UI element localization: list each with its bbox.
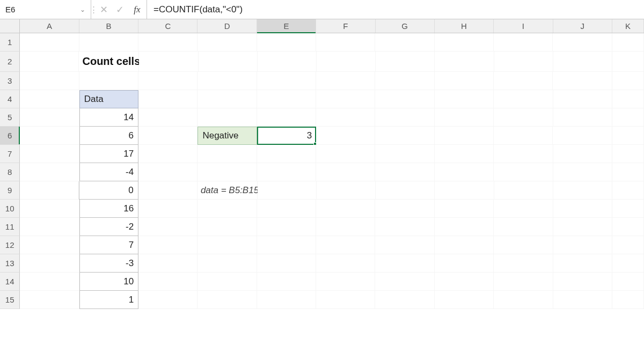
cell[interactable] [316,127,375,145]
cell[interactable] [435,291,494,309]
cell[interactable] [20,273,79,291]
fx-icon[interactable]: fx [128,0,147,19]
cell[interactable] [257,254,316,273]
data-cell[interactable]: -4 [79,163,138,181]
cell[interactable] [553,52,612,72]
cell[interactable] [138,291,197,309]
cell[interactable] [197,90,257,108]
cell[interactable] [257,218,316,236]
data-cell[interactable]: 17 [79,145,138,163]
cell[interactable] [20,90,79,108]
cell[interactable] [375,145,434,163]
cell[interactable] [197,236,257,254]
row-header[interactable]: 5 [0,108,20,127]
cell[interactable] [435,273,494,291]
cell[interactable] [612,181,644,200]
cell[interactable] [317,181,376,200]
cell[interactable] [435,254,494,273]
cell[interactable] [375,163,434,181]
cell[interactable] [375,254,434,273]
data-header[interactable]: Data [79,90,138,108]
cell[interactable] [20,145,79,163]
cell[interactable] [316,291,375,309]
data-cell[interactable]: 6 [79,127,138,145]
data-cell[interactable]: 1 [79,291,138,309]
cell[interactable] [316,72,375,90]
cell[interactable] [20,72,79,90]
col-header-E[interactable]: E [257,19,316,33]
cell[interactable] [138,273,197,291]
col-header-K[interactable]: K [612,19,644,33]
col-header-B[interactable]: B [79,19,138,33]
cell[interactable] [138,90,197,108]
data-cell[interactable]: -2 [79,218,138,236]
cell[interactable] [197,145,257,163]
chevron-down-icon[interactable]: ⌄ [78,6,87,13]
cell[interactable] [494,200,553,218]
cell[interactable] [375,108,434,127]
cell[interactable] [612,200,644,218]
select-all-corner[interactable] [0,19,20,33]
cell[interactable] [20,236,79,254]
cell[interactable] [612,127,644,145]
cell[interactable] [257,72,316,90]
cell[interactable] [553,33,612,52]
name-box-wrap[interactable]: E6 ⌄ [0,0,91,19]
cell[interactable] [435,127,494,145]
cell[interactable] [375,127,434,145]
negative-label[interactable]: Negative [197,127,257,145]
cell[interactable] [257,236,316,254]
cell[interactable] [494,52,553,72]
cell[interactable] [138,181,197,200]
row-header[interactable]: 15 [0,291,20,309]
data-cell[interactable]: 7 [79,236,138,254]
cell[interactable] [257,145,316,163]
cell[interactable] [316,33,375,52]
cell[interactable] [612,52,644,72]
cell[interactable] [612,163,644,181]
cell[interactable] [494,145,553,163]
row-header[interactable]: 3 [0,72,20,90]
cell[interactable] [20,181,79,200]
cell[interactable] [79,72,138,90]
cell[interactable] [316,254,375,273]
cell[interactable] [20,218,79,236]
col-header-H[interactable]: H [435,19,494,33]
row-header[interactable]: 2 [0,52,20,72]
cell[interactable] [316,218,375,236]
cell[interactable] [197,33,257,52]
row-header[interactable]: 10 [0,200,20,218]
cell[interactable] [494,181,553,200]
cell[interactable] [257,108,316,127]
cell[interactable] [435,236,494,254]
cell[interactable] [494,108,553,127]
row-header[interactable]: 4 [0,90,20,108]
cell[interactable] [138,218,197,236]
cell[interactable] [197,163,257,181]
cell[interactable] [316,108,375,127]
cell[interactable] [139,52,198,72]
cell[interactable] [435,90,494,108]
cell[interactable] [376,52,435,72]
cell[interactable] [612,72,644,90]
cell[interactable] [316,236,375,254]
cell[interactable] [435,33,494,52]
cell[interactable] [197,200,257,218]
cell[interactable] [494,33,553,52]
cell[interactable] [20,127,79,145]
cell[interactable] [435,72,494,90]
cell[interactable] [375,33,434,52]
row-header[interactable]: 13 [0,254,20,273]
cell[interactable] [257,291,316,309]
cell[interactable] [257,33,316,52]
cell[interactable] [257,273,316,291]
cell[interactable] [258,181,317,200]
cell[interactable] [612,291,644,309]
row-header[interactable]: 7 [0,145,20,163]
name-box[interactable]: E6 [5,5,78,14]
cell[interactable] [138,108,197,127]
cell[interactable] [494,127,553,145]
data-cell[interactable]: 16 [79,200,138,218]
cell[interactable] [375,291,434,309]
col-header-F[interactable]: F [316,19,375,33]
